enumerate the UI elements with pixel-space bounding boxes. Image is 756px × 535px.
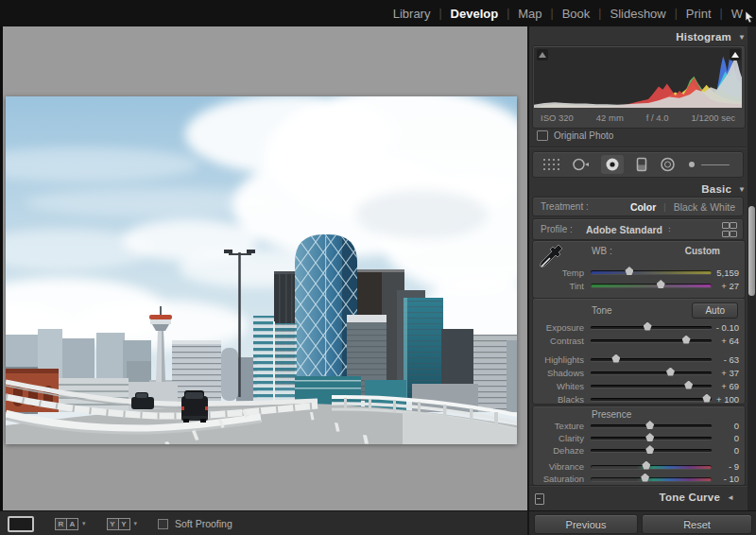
contrast-slider[interactable]: [591, 339, 712, 342]
wb-preset-dropdown[interactable]: Custom: [685, 246, 720, 256]
spot-removal-icon[interactable]: [572, 157, 589, 172]
texture-slider[interactable]: [591, 424, 712, 427]
slider-thumb[interactable]: [684, 381, 693, 389]
suv: [181, 390, 208, 423]
tone-curve-panel-header[interactable]: Tone Curve: [660, 492, 720, 503]
shadow-clipping-indicator[interactable]: [537, 49, 548, 60]
scrollbar-thumb[interactable]: [748, 206, 755, 296]
module-tab-library[interactable]: Library: [393, 7, 431, 21]
slider-thumb[interactable]: [642, 461, 650, 470]
menu-separator: |: [720, 7, 723, 20]
slider-thumb[interactable]: [702, 394, 711, 403]
dropdown-toggle-icon[interactable]: ∶: [668, 225, 670, 234]
menu-separator: |: [438, 7, 441, 20]
temp-slider[interactable]: [591, 270, 712, 274]
red-eye-icon[interactable]: [601, 155, 624, 174]
slider-thumb[interactable]: [625, 267, 633, 275]
shadows-slider[interactable]: [591, 371, 712, 374]
bottom-toolbar: R A ▾ Y Y ▾ Soft Proofing: [0, 510, 527, 535]
collapse-triangle-icon[interactable]: ◄: [727, 493, 734, 502]
reset-button[interactable]: Reset: [642, 514, 752, 534]
split-right-box: Y: [119, 518, 130, 530]
slider-row-texture: Texture0: [533, 420, 745, 432]
slider-value: + 100: [712, 394, 739, 405]
whites-slider[interactable]: [591, 385, 712, 388]
slider-label: Tint: [533, 281, 591, 291]
soft-proofing-label[interactable]: Soft Proofing: [175, 518, 232, 529]
slider-thumb[interactable]: [657, 280, 665, 288]
collapse-triangle-icon[interactable]: ▼: [738, 185, 746, 194]
treatment-bw-option[interactable]: Black & White: [674, 201, 735, 213]
menu-separator: |: [675, 7, 678, 20]
histogram-series-gray: [534, 57, 742, 108]
module-tab-slideshow[interactable]: Slideshow: [610, 7, 665, 21]
saturation-slider[interactable]: [591, 477, 712, 481]
exposure-slider[interactable]: [591, 326, 712, 329]
tint-slider[interactable]: [591, 284, 712, 287]
auto-tone-button[interactable]: Auto: [692, 302, 738, 319]
slider-value: + 27: [712, 281, 739, 291]
collapse-triangle-icon[interactable]: ▼: [738, 33, 746, 42]
before-box: R: [55, 518, 67, 530]
brush-size-line: [701, 164, 730, 165]
graduated-filter-icon[interactable]: [636, 157, 647, 172]
highlights-slider[interactable]: [591, 358, 712, 361]
blacks-slider[interactable]: [591, 398, 712, 401]
slider-row-blacks: Blacks+ 100: [533, 392, 745, 406]
slider-label: Highlights: [533, 354, 591, 365]
slider-label: Saturation: [533, 474, 591, 484]
vibrance-slider[interactable]: [591, 465, 712, 469]
presence-section: Presence Texture0Clarity0Dehaze0Vibrance…: [532, 406, 746, 486]
tone-curve-header-row[interactable]: Tone Curve ◄: [529, 488, 747, 509]
cursor-icon: [745, 11, 754, 23]
profile-browser-grid-icon[interactable]: [722, 222, 735, 237]
lightroom-develop-window: Library|Develop|Map|Book|Slideshow|Print…: [0, 0, 756, 535]
adjustment-brush-icon[interactable]: [688, 160, 696, 169]
loupe-view-icon[interactable]: [8, 516, 34, 532]
module-tab-print[interactable]: Print: [686, 7, 712, 21]
basic-panel-header[interactable]: Basic: [701, 183, 731, 195]
soft-proofing-checkbox[interactable]: [158, 519, 168, 529]
radial-filter-icon[interactable]: [660, 157, 676, 172]
slider-row-temp: Temp5,159: [533, 266, 745, 279]
slider-thumb[interactable]: [645, 421, 654, 429]
slider-thumb[interactable]: [666, 368, 675, 376]
clarity-slider[interactable]: [591, 437, 712, 440]
chevron-down-icon[interactable]: ▾: [134, 520, 138, 527]
previous-button[interactable]: Previous: [534, 514, 638, 534]
dehaze-slider[interactable]: [591, 449, 712, 452]
module-tab-map[interactable]: Map: [518, 7, 541, 21]
profile-label: Profile :: [541, 224, 573, 234]
slider-value: + 64: [712, 336, 739, 346]
module-tab-w[interactable]: W: [731, 7, 743, 21]
exif-focal-length: 42 mm: [596, 112, 624, 123]
slider-thumb[interactable]: [682, 336, 691, 344]
profile-value-dropdown[interactable]: Adobe Standard: [586, 224, 662, 235]
slider-value: 0: [712, 421, 739, 431]
slider-thumb[interactable]: [641, 474, 649, 482]
module-tab-develop[interactable]: Develop: [451, 7, 499, 21]
histogram-chart[interactable]: [534, 47, 742, 108]
original-photo-checkbox[interactable]: [537, 130, 548, 141]
chevron-down-icon[interactable]: ▾: [82, 520, 86, 527]
slider-thumb[interactable]: [645, 445, 654, 454]
panel-scrollbar[interactable]: [747, 26, 756, 510]
histogram-panel-header[interactable]: Histogram: [676, 31, 731, 43]
module-menu: Library|Develop|Map|Book|Slideshow|Print…: [393, 0, 756, 26]
module-tab-book[interactable]: Book: [562, 7, 591, 21]
panel-switch-icon[interactable]: [535, 493, 544, 505]
photo-canvas[interactable]: [6, 96, 517, 444]
white-balance-section: WB : Custom Temp5,159Tint+ 27: [532, 240, 746, 299]
slider-thumb[interactable]: [644, 322, 652, 331]
slider-thumb[interactable]: [645, 433, 654, 441]
slider-label: Dehaze: [533, 445, 591, 456]
treatment-color-option[interactable]: Color: [630, 201, 656, 213]
before-after-splitscreen-button[interactable]: Y Y ▾: [107, 518, 138, 530]
slider-label: Blacks: [533, 394, 591, 405]
slider-thumb[interactable]: [611, 354, 620, 363]
before-after-leftright-button[interactable]: R A ▾: [55, 518, 86, 530]
highlight-clipping-indicator[interactable]: [730, 49, 741, 60]
crop-overlay-icon[interactable]: [542, 158, 559, 171]
treatment-row: Treatment : Color | Black & White: [532, 197, 744, 216]
treatment-label: Treatment :: [541, 201, 589, 212]
